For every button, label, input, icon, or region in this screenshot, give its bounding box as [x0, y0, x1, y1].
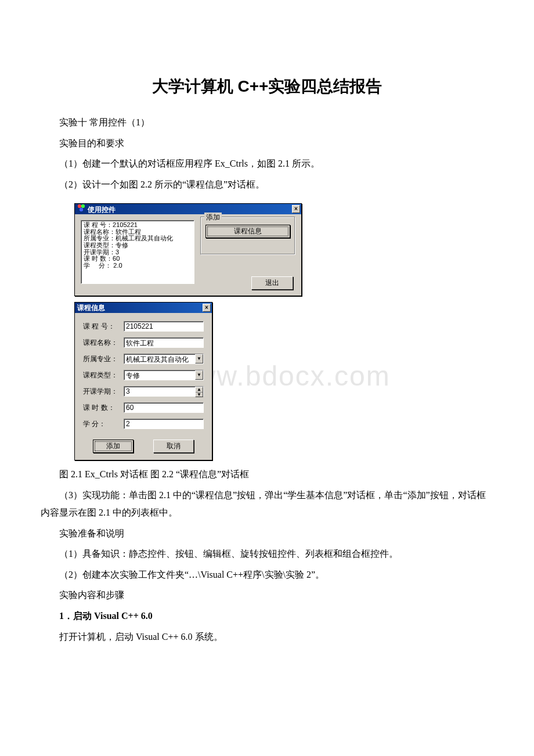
prep-1: （1）具备知识：静态控件、按钮、编辑框、旋转按钮控件、列表框和组合框控件。 [41, 545, 493, 563]
label-course-type: 课程类型： [83, 370, 124, 380]
chevron-down-icon[interactable]: ▼ [195, 370, 203, 380]
figure-block: 使用控件 × 课 程 号：2105221 课程名称：软件工程 所属专业：机械工程… [74, 203, 493, 460]
dlg2-body: 课 程 号： 2105221 课程名称： 软件工程 所属专业： 机械工程及其自动… [75, 313, 212, 460]
heading-prep: 实验准备和说明 [41, 525, 493, 542]
titlebar[interactable]: 课程信息 × [75, 303, 212, 313]
groupbox-legend: 添加 [204, 213, 222, 222]
cancel-button[interactable]: 取消 [153, 440, 194, 453]
step-1-heading: 1．启动 Visual C++ 6.0 [41, 607, 493, 625]
row-major: 所属专业： 机械工程及其自动化 ▼ [83, 354, 204, 364]
input-credits[interactable]: 2 [124, 419, 204, 429]
spin-buttons[interactable]: ▲ ▼ [195, 387, 203, 397]
dialog-ex-ctrls: 使用控件 × 课 程 号：2105221 课程名称：软件工程 所属专业：机械工程… [74, 203, 302, 296]
heading-steps: 实验内容和步骤 [41, 586, 493, 604]
dlg1-title-text: 使用控件 [88, 206, 116, 214]
chevron-down-icon[interactable]: ▼ [195, 354, 203, 363]
close-icon[interactable]: × [203, 304, 211, 312]
dlg2-button-row: 添加 取消 [83, 440, 204, 453]
prep-1-text: （1）具备知识：静态控件、按钮、编辑框、旋转按钮控件、列表框和组合框控件。 [41, 545, 398, 563]
spin-semester[interactable]: 3 [124, 386, 204, 397]
mfc-icon [77, 204, 85, 212]
label-semester: 开课学期： [83, 387, 124, 397]
input-course-id[interactable]: 2105221 [124, 321, 204, 332]
input-hours[interactable]: 60 [124, 402, 204, 413]
heading-experiment: 实验十 常用控件（1） [41, 114, 493, 131]
input-course-name[interactable]: 软件工程 [124, 337, 204, 348]
add-button[interactable]: 添加 [93, 440, 134, 453]
label-course-id: 课 程 号： [83, 322, 124, 332]
req-1: （1）创建一个默认的对话框应用程序 Ex_Ctrls，如图 2.1 所示。 [41, 155, 493, 172]
label-course-name: 课程名称： [83, 338, 124, 348]
combo-major[interactable]: 机械工程及其自动化 [124, 354, 204, 364]
doc-title: 大学计算机 C++实验四总结报告 [41, 75, 493, 98]
prep-2: （2）创建本次实验工作文件夹“…\Visual C++程序\实验\实验 2”。 [41, 566, 493, 584]
dlg2-title-text: 课程信息 [77, 303, 105, 313]
req-2: （2）设计一个如图 2.2 所示的“课程信息”对话框。 [41, 176, 493, 193]
step-1-body: 打开计算机，启动 Visual C++ 6.0 系统。 [41, 628, 493, 646]
req-3: （3）实现功能：单击图 2.1 中的“课程信息”按钮，弹出“学生基本信息”对话框… [41, 487, 493, 521]
row-course-name: 课程名称： 软件工程 [83, 337, 204, 348]
row-credits: 学 分： 2 [83, 419, 204, 429]
chevron-down-icon[interactable]: ▼ [196, 393, 203, 397]
dlg1-body: 课 程 号：2105221 课程名称：软件工程 所属专业：机械工程及其自动化 课… [75, 214, 301, 296]
row-semester: 开课学期： 3 ▲ ▼ [83, 386, 204, 397]
add-groupbox: 添加 课程信息 [200, 217, 295, 255]
titlebar-text: 使用控件 [77, 204, 116, 215]
label-hours: 课 时 数： [83, 403, 124, 413]
dialog-course-info: 课程信息 × 课 程 号： 2105221 课程名称： 软件工程 所属专业： 机… [74, 302, 212, 460]
label-major: 所属专业： [83, 354, 124, 364]
row-course-type: 课程类型： 专修 ▼ [83, 370, 204, 380]
row-course-id: 课 程 号： 2105221 [83, 321, 204, 332]
req-3-text: （3）实现功能：单击图 2.1 中的“课程信息”按钮，弹出“学生基本信息”对话框… [41, 487, 493, 521]
figure-caption: 图 2.1 Ex_Ctrls 对话框 图 2.2 “课程信息”对话框 [41, 469, 493, 481]
exit-button[interactable]: 退出 [251, 276, 293, 290]
titlebar[interactable]: 使用控件 × [75, 204, 301, 214]
label-credits: 学 分： [83, 419, 124, 429]
row-hours: 课 时 数： 60 [83, 402, 204, 413]
combo-course-type[interactable]: 专修 [124, 370, 204, 380]
course-listbox[interactable]: 课 程 号：2105221 课程名称：软件工程 所属专业：机械工程及其自动化 课… [81, 220, 194, 284]
heading-purpose: 实验目的和要求 [41, 135, 493, 152]
course-info-button[interactable]: 课程信息 [205, 225, 290, 238]
close-icon[interactable]: × [292, 205, 300, 213]
